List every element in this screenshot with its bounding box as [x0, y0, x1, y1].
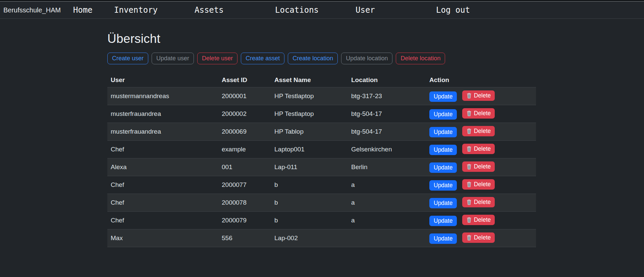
delete-button[interactable]: Delete: [462, 108, 495, 119]
cell-action: Update Delete: [426, 140, 536, 158]
delete-button[interactable]: Delete: [462, 215, 495, 225]
create-location-button[interactable]: Create location: [288, 53, 338, 64]
cell-action: Update Delete: [426, 123, 536, 140]
cell-location: a: [348, 176, 426, 194]
cell-user: musterfrauandrea: [107, 123, 218, 140]
cell-asset-name: b: [271, 211, 348, 229]
update-button[interactable]: Update: [429, 233, 457, 244]
table-row: musterfrauandrea 2000002 HP Testlaptop b…: [107, 105, 536, 123]
assets-table: User Asset ID Asset Name Location Action…: [107, 73, 536, 247]
cell-asset-id: 2000077: [218, 176, 271, 194]
cell-asset-name: HP Testlaptop: [271, 105, 348, 123]
trash-icon: [466, 128, 472, 134]
update-button[interactable]: Update: [429, 216, 457, 226]
column-header-location: Location: [348, 73, 426, 87]
update-button[interactable]: Update: [429, 145, 457, 155]
create-user-button[interactable]: Create user: [107, 53, 148, 64]
delete-button[interactable]: Delete: [462, 161, 495, 172]
cell-user: musterfrauandrea: [107, 105, 218, 123]
delete-user-button[interactable]: Delete user: [197, 53, 237, 64]
delete-button-label: Delete: [474, 145, 491, 152]
table-row: mustermannandreas 2000001 HP Testlaptop …: [107, 87, 536, 105]
update-button[interactable]: Update: [429, 198, 457, 208]
update-button[interactable]: Update: [429, 127, 457, 137]
column-header-user: User: [107, 73, 218, 87]
delete-button[interactable]: Delete: [462, 197, 495, 207]
cell-location: a: [348, 194, 426, 211]
cell-asset-name: Lap-011: [271, 158, 348, 176]
cell-asset-id: 2000069: [218, 123, 271, 140]
cell-asset-name: Laptop001: [271, 140, 348, 158]
delete-button-label: Delete: [474, 110, 491, 117]
table-row: musterfrauandrea 2000069 HP Tablop btg-5…: [107, 123, 536, 140]
delete-button-label: Delete: [474, 234, 491, 241]
cell-asset-id: 2000001: [218, 87, 271, 105]
column-header-action: Action: [426, 73, 536, 87]
cell-location: btg-317-23: [348, 87, 426, 105]
delete-button[interactable]: Delete: [462, 179, 495, 190]
delete-button[interactable]: Delete: [462, 144, 495, 154]
app-window: Berufsschule_HAM Home Inventory Assets L…: [0, 0, 644, 277]
nav-link-home[interactable]: Home: [73, 5, 93, 15]
navbar-brand[interactable]: Berufsschule_HAM: [3, 6, 66, 14]
trash-icon: [466, 182, 472, 187]
cell-asset-id: 2000079: [218, 211, 271, 229]
delete-button[interactable]: Delete: [462, 126, 495, 136]
update-user-button[interactable]: Update user: [152, 53, 194, 64]
navbar-links: Home Inventory Assets Locations User Log…: [73, 5, 517, 15]
cell-asset-id: 2000078: [218, 194, 271, 211]
cell-user: Chef: [107, 211, 218, 229]
nav-link-assets[interactable]: Assets: [195, 5, 224, 15]
cell-location: [348, 229, 426, 247]
delete-button-label: Delete: [474, 92, 491, 99]
update-button[interactable]: Update: [429, 162, 457, 173]
cell-action: Update Delete: [426, 105, 536, 123]
cell-location: btg-504-17: [348, 123, 426, 140]
nav-link-locations[interactable]: Locations: [275, 5, 319, 15]
delete-button-label: Delete: [474, 163, 491, 170]
cell-action: Update Delete: [426, 176, 536, 194]
update-button[interactable]: Update: [429, 91, 457, 102]
create-asset-button[interactable]: Create asset: [241, 53, 284, 64]
cell-location: Berlin: [348, 158, 426, 176]
delete-button[interactable]: Delete: [462, 90, 495, 101]
cell-action: Update Delete: [426, 211, 536, 229]
table-row: Chef 2000079 b a Update Delete: [107, 211, 536, 229]
main-content: Übersicht Create user Update user Delete…: [107, 32, 536, 247]
table-row: Chef example Laptop001 Gelsenkirchen Upd…: [107, 140, 536, 158]
update-location-button[interactable]: Update location: [341, 53, 392, 64]
page-title: Übersicht: [107, 32, 536, 46]
navbar: Berufsschule_HAM Home Inventory Assets L…: [0, 2, 644, 19]
trash-icon: [466, 164, 472, 169]
nav-link-user[interactable]: User: [356, 5, 375, 15]
cell-user: Chef: [107, 176, 218, 194]
delete-button[interactable]: Delete: [462, 232, 495, 243]
update-button[interactable]: Update: [429, 109, 457, 120]
cell-location: Gelsenkirchen: [348, 140, 426, 158]
cell-asset-id: 556: [218, 229, 271, 247]
cell-user: mustermannandreas: [107, 87, 218, 105]
column-header-asset-name: Asset Name: [271, 73, 348, 87]
nav-link-log-out[interactable]: Log out: [436, 5, 470, 15]
delete-location-button[interactable]: Delete location: [396, 53, 445, 64]
cell-asset-name: HP Tablop: [271, 123, 348, 140]
trash-icon: [466, 217, 472, 223]
cell-asset-name: Lap-002: [271, 229, 348, 247]
delete-button-label: Delete: [474, 128, 491, 135]
nav-link-inventory[interactable]: Inventory: [114, 5, 158, 15]
cell-asset-name: HP Testlaptop: [271, 87, 348, 105]
update-button[interactable]: Update: [429, 180, 457, 191]
cell-user: Chef: [107, 140, 218, 158]
delete-button-label: Delete: [474, 216, 491, 223]
table-row: Chef 2000077 b a Update Delete: [107, 176, 536, 194]
cell-action: Update Delete: [426, 194, 536, 211]
cell-action: Update Delete: [426, 158, 536, 176]
cell-asset-id: example: [218, 140, 271, 158]
trash-icon: [466, 146, 472, 152]
cell-asset-name: b: [271, 194, 348, 211]
cell-location: btg-504-17: [348, 105, 426, 123]
table-row: Max 556 Lap-002 Update Delete: [107, 229, 536, 247]
cell-location: a: [348, 211, 426, 229]
trash-icon: [466, 111, 472, 116]
cell-asset-name: b: [271, 176, 348, 194]
